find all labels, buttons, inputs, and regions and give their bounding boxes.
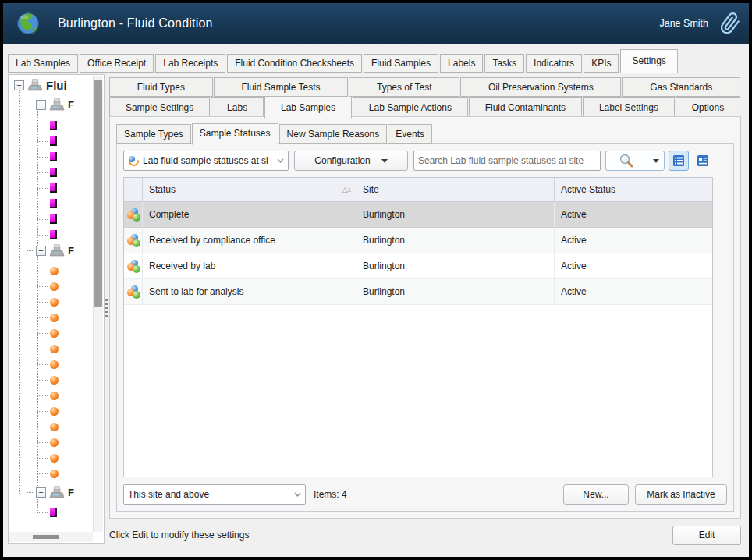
scrollbar-thumb[interactable] [33, 535, 59, 539]
tab-sample-types[interactable]: Sample Types [116, 124, 191, 144]
tab-settings[interactable]: Settings [620, 49, 677, 73]
tree-item[interactable] [37, 403, 59, 419]
tree-item[interactable] [37, 356, 59, 372]
tree-horizontal-scrollbar[interactable] [9, 532, 93, 542]
tab-label-settings[interactable]: Label Settings [583, 97, 675, 117]
search-button-group [605, 151, 665, 171]
status-scope-combo[interactable]: Lab fluid sample statuses at si [123, 151, 289, 171]
tab-events[interactable]: Events [388, 124, 432, 144]
tree-item[interactable] [37, 450, 59, 466]
tree-connector-line [19, 88, 20, 494]
site-scope-combo-value: This site and above [128, 489, 290, 500]
tab-new-sample-reasons[interactable]: New Sample Reasons [279, 124, 388, 144]
tree-item[interactable] [37, 372, 59, 388]
header-active-status[interactable]: Active Status [555, 178, 712, 201]
table-row[interactable]: Received by compliance office Burlington… [124, 228, 712, 253]
tree-root-node[interactable]: Flui [14, 79, 67, 92]
items-count-label: Items: 4 [314, 489, 347, 500]
tree-site-node[interactable]: F [27, 244, 74, 257]
tab-fluid-contaminants[interactable]: Fluid Contaminants [469, 97, 582, 117]
tree-item[interactable] [37, 196, 57, 211]
tree-item[interactable] [37, 325, 59, 341]
tab-fluid-condition-checksheets[interactable]: Fluid Condition Checksheets [227, 54, 362, 73]
tree-item[interactable] [37, 466, 59, 481]
search-button[interactable] [606, 151, 647, 170]
tab-lab-samples-settings[interactable]: Lab Samples [264, 97, 352, 119]
tab-labels[interactable]: Labels [440, 54, 483, 73]
tree-item[interactable] [37, 388, 59, 403]
tab-options[interactable]: Options [676, 97, 740, 117]
tab-oil-preservation-systems[interactable]: Oil Preservation Systems [460, 77, 621, 97]
tree-item[interactable] [37, 118, 57, 133]
tree-site-node[interactable]: F [27, 486, 74, 499]
tree-item[interactable] [37, 149, 57, 165]
cell-site: Burlington [356, 228, 555, 253]
tree-item[interactable] [37, 180, 57, 196]
tab-fluid-samples[interactable]: Fluid Samples [364, 54, 438, 73]
search-options-button[interactable] [647, 151, 664, 170]
tree-item[interactable] [37, 278, 59, 294]
edit-button[interactable]: Edit [672, 526, 741, 545]
collapse-icon[interactable] [36, 487, 46, 498]
header-active-status-label: Active Status [561, 184, 615, 195]
collapse-icon[interactable] [14, 80, 24, 90]
tree-item[interactable] [37, 341, 59, 356]
tree-item[interactable] [37, 211, 57, 227]
site-scope-combo[interactable]: This site and above [123, 484, 306, 505]
tree-vertical-scrollbar[interactable] [93, 76, 103, 532]
tree-item[interactable] [37, 165, 57, 180]
collapse-icon[interactable] [36, 100, 46, 110]
card-view-toggle[interactable] [693, 151, 713, 171]
orange-sphere-icon [50, 298, 59, 307]
tab-gas-standards[interactable]: Gas Standards [622, 77, 740, 97]
tree-item[interactable] [37, 263, 59, 278]
tab-labs[interactable]: Labs [211, 97, 264, 117]
cell-status: Received by compliance office [143, 228, 356, 253]
header-icon-column[interactable] [124, 178, 143, 201]
tree-item[interactable] [37, 310, 59, 325]
user-name[interactable]: Jane Smith [659, 18, 708, 29]
tree-item[interactable] [37, 133, 57, 149]
chevron-down-icon [381, 159, 388, 163]
collapse-icon[interactable] [36, 246, 46, 256]
search-input[interactable] [413, 151, 601, 171]
settings-tab-row-1: Fluid Types Fluid Sample Tests Types of … [109, 76, 741, 97]
tab-types-of-test[interactable]: Types of Test [349, 77, 459, 97]
table-footer-bar: This site and above Items: 4 New... Mark… [123, 484, 727, 505]
tab-lab-receipts[interactable]: Lab Receipts [155, 54, 225, 73]
table-row[interactable]: Sent to lab for analysis Burlington Acti… [124, 279, 712, 305]
tree-item[interactable] [37, 294, 59, 310]
tab-sample-settings[interactable]: Sample Settings [109, 97, 210, 117]
tab-lab-samples[interactable]: Lab Samples [8, 54, 78, 73]
scope-search-icon [128, 155, 140, 167]
configuration-button[interactable]: Configuration [294, 151, 408, 171]
status-spheres-icon [127, 208, 140, 222]
configuration-button-label: Configuration [314, 155, 370, 166]
table-row[interactable]: Received by lab Burlington Active [124, 253, 712, 279]
scrollbar-thumb[interactable] [94, 80, 102, 307]
tree-item[interactable] [37, 419, 59, 434]
list-view-toggle[interactable] [669, 151, 689, 171]
orange-sphere-icon [50, 267, 59, 275]
page-title: Burlington - Fluid Condition [58, 16, 213, 30]
site-icon [27, 79, 44, 92]
new-button[interactable]: New... [563, 484, 629, 505]
mark-as-inactive-button[interactable]: Mark as Inactive [635, 484, 727, 505]
header-status[interactable]: Status △1 [143, 178, 356, 201]
tab-lab-sample-actions[interactable]: Lab Sample Actions [353, 97, 468, 117]
tab-tasks[interactable]: Tasks [484, 54, 524, 73]
tab-fluid-types[interactable]: Fluid Types [109, 77, 213, 97]
tab-office-receipt[interactable]: Office Receipt [80, 54, 154, 73]
tree-item[interactable] [37, 227, 57, 243]
tab-sample-statuses[interactable]: Sample Statuses [192, 123, 278, 145]
tree-item[interactable] [37, 505, 57, 520]
header-site[interactable]: Site [356, 178, 555, 201]
tab-indicators[interactable]: Indicators [526, 54, 582, 73]
tab-fluid-sample-tests[interactable]: Fluid Sample Tests [214, 77, 349, 97]
tab-kpis[interactable]: KPIs [584, 54, 619, 73]
table-row[interactable]: Complete Burlington Active [124, 202, 712, 228]
tree-splitter-handle[interactable] [105, 299, 108, 317]
tree-site-node[interactable]: F [27, 98, 74, 112]
paperclip-icon[interactable] [718, 9, 743, 38]
tree-item[interactable] [37, 434, 59, 450]
